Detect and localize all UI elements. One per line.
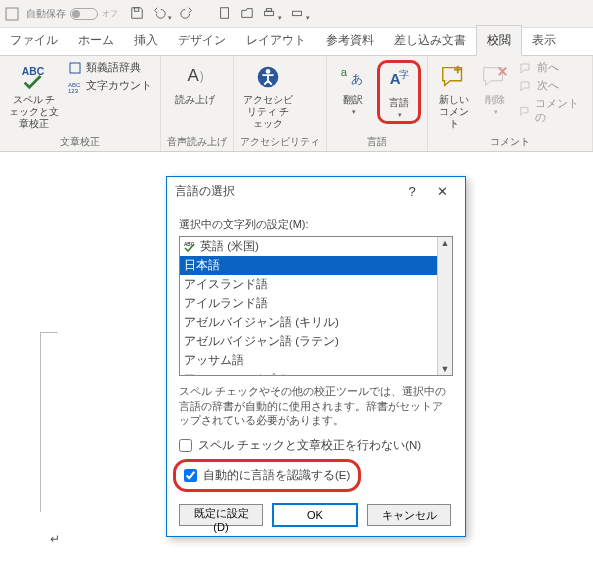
- autosave-pill[interactable]: [70, 8, 98, 20]
- language-option[interactable]: 日本語: [180, 256, 452, 275]
- tab-references[interactable]: 参考資料: [316, 26, 384, 55]
- title-bar: 自動保存 オフ: [0, 0, 593, 28]
- tab-layout[interactable]: レイアウト: [236, 26, 316, 55]
- proofing-check-icon: ABC: [184, 240, 196, 254]
- new-doc-icon[interactable]: [218, 6, 232, 22]
- language-option[interactable]: アファール (ジプチ): [180, 370, 452, 376]
- language-option[interactable]: アゼルバイジャン語 (ラテン): [180, 332, 452, 351]
- redo-icon[interactable]: [180, 6, 194, 22]
- readaloud-label: 読み上げ: [175, 94, 215, 106]
- svg-rect-5: [293, 11, 302, 15]
- tab-home[interactable]: ホーム: [68, 26, 124, 55]
- ok-button[interactable]: OK: [273, 504, 357, 526]
- language-option[interactable]: アゼルバイジャン語 (キリル): [180, 313, 452, 332]
- tab-mailings[interactable]: 差し込み文書: [384, 26, 476, 55]
- svg-text:a: a: [341, 66, 348, 78]
- language-option[interactable]: アイスランド語: [180, 275, 452, 294]
- language-option-label: アファール (ジプチ): [184, 372, 291, 376]
- delete-comment-label: 削除: [485, 94, 505, 106]
- next-comment-button[interactable]: 次へ: [517, 78, 586, 94]
- set-default-button[interactable]: 既定に設定(D): [179, 504, 263, 526]
- svg-rect-2: [221, 7, 229, 18]
- no-proofing-input[interactable]: [179, 439, 192, 452]
- svg-point-12: [266, 69, 271, 74]
- new-comment-button[interactable]: 新しいコメント: [434, 60, 474, 132]
- language-listbox[interactable]: ABC英語 (米国)日本語アイスランド語アイルランド語アゼルバイジャン語 (キリ…: [179, 236, 453, 376]
- group-proofing: ABC スペル チェックと文章校正 類義語辞典 ABC123文字カウント 文章校…: [0, 56, 161, 151]
- scroll-down-icon[interactable]: ▼: [438, 363, 452, 375]
- wordcount-label: 文字カウント: [86, 79, 152, 93]
- group-accessibility-label: アクセシビリティ: [240, 133, 320, 149]
- group-comments-label: コメント: [434, 133, 586, 149]
- accessibility-button[interactable]: アクセシビリティ チェック: [240, 60, 296, 132]
- thesaurus-button[interactable]: 類義語辞典: [66, 60, 154, 76]
- save-icon[interactable]: [130, 6, 144, 22]
- language-option[interactable]: アイルランド語: [180, 294, 452, 313]
- detect-language-checkbox[interactable]: 自動的に言語を認識する(E): [184, 468, 350, 483]
- svg-text:ABC: ABC: [22, 66, 45, 77]
- no-proofing-label: スペル チェックと文章校正を行わない(N): [198, 438, 421, 453]
- svg-text:A: A: [188, 66, 200, 85]
- svg-rect-1: [134, 7, 138, 11]
- group-speech-label: 音声読み上げ: [167, 133, 227, 149]
- dialog-titlebar[interactable]: 言語の選択 ? ✕: [167, 177, 465, 205]
- tab-design[interactable]: デザイン: [168, 26, 236, 55]
- wordcount-button[interactable]: ABC123文字カウント: [66, 78, 154, 94]
- ribbon-tabs: ファイル ホーム 挿入 デザイン レイアウト 参考資料 差し込み文書 校閲 表示: [0, 28, 593, 56]
- autosave-state: オフ: [102, 8, 118, 19]
- language-option[interactable]: ABC英語 (米国): [180, 237, 452, 256]
- close-button[interactable]: ✕: [427, 184, 457, 199]
- translate-button[interactable]: aあ 翻訳: [333, 60, 373, 118]
- tab-view[interactable]: 表示: [522, 26, 566, 55]
- ribbon: ABC スペル チェックと文章校正 類義語辞典 ABC123文字カウント 文章校…: [0, 56, 593, 152]
- autosave-toggle[interactable]: 自動保存 オフ: [26, 7, 118, 21]
- page-corner: [40, 332, 58, 512]
- next-comment-label: 次へ: [537, 79, 559, 93]
- group-language-label: 言語: [333, 133, 421, 149]
- language-option-label: アッサム語: [184, 353, 244, 368]
- delete-comment-button[interactable]: 削除: [478, 60, 513, 118]
- dialog-title: 言語の選択: [175, 183, 235, 200]
- language-option-label: アゼルバイジャン語 (ラテン): [184, 334, 339, 349]
- language-option[interactable]: アッサム語: [180, 351, 452, 370]
- scroll-up-icon[interactable]: ▲: [438, 237, 452, 249]
- no-proofing-checkbox[interactable]: スペル チェックと文章校正を行わない(N): [179, 438, 453, 453]
- tab-insert[interactable]: 挿入: [124, 26, 168, 55]
- svg-text:あ: あ: [351, 72, 363, 86]
- accessibility-label: アクセシビリティ チェック: [242, 94, 294, 130]
- print-icon[interactable]: [262, 6, 282, 22]
- group-accessibility: アクセシビリティ チェック アクセシビリティ: [234, 56, 327, 151]
- listbox-label: 選択中の文字列の設定(M):: [179, 217, 453, 232]
- file-menu-icon[interactable]: [4, 6, 20, 22]
- language-button[interactable]: A字 言語: [377, 60, 421, 124]
- group-comments: 新しいコメント 削除 前へ 次へ コメントの コメント: [428, 56, 593, 151]
- readaloud-button[interactable]: A 読み上げ: [167, 60, 223, 108]
- quick-access-toolbar: [130, 6, 310, 22]
- language-label: 言語: [389, 97, 409, 109]
- help-button[interactable]: ?: [397, 184, 427, 199]
- group-language: aあ 翻訳 A字 言語 言語: [327, 56, 428, 151]
- language-option-label: アゼルバイジャン語 (キリル): [184, 315, 339, 330]
- detect-language-label: 自動的に言語を認識する(E): [203, 468, 350, 483]
- svg-text:字: 字: [399, 69, 409, 80]
- undo-icon[interactable]: [152, 6, 172, 22]
- svg-rect-7: [70, 63, 80, 73]
- tab-review[interactable]: 校閲: [476, 25, 522, 56]
- listbox-scrollbar[interactable]: ▲ ▼: [437, 237, 452, 375]
- open-icon[interactable]: [240, 6, 254, 22]
- language-option-label: 日本語: [184, 258, 220, 273]
- autosave-label: 自動保存: [26, 7, 66, 21]
- group-speech: A 読み上げ 音声読み上げ: [161, 56, 234, 151]
- group-proofing-label: 文章校正: [6, 133, 154, 149]
- show-comments-button[interactable]: コメントの: [517, 96, 586, 126]
- detect-language-input[interactable]: [184, 469, 197, 482]
- quick-print-icon[interactable]: [290, 6, 310, 22]
- cancel-button[interactable]: キャンセル: [367, 504, 451, 526]
- language-option-label: 英語 (米国): [200, 239, 259, 254]
- prev-comment-button[interactable]: 前へ: [517, 60, 586, 76]
- prev-comment-label: 前へ: [537, 61, 559, 75]
- svg-rect-0: [6, 8, 18, 20]
- language-option-label: アイスランド語: [184, 277, 268, 292]
- spelling-button[interactable]: ABC スペル チェックと文章校正: [6, 60, 62, 132]
- tab-file[interactable]: ファイル: [0, 26, 68, 55]
